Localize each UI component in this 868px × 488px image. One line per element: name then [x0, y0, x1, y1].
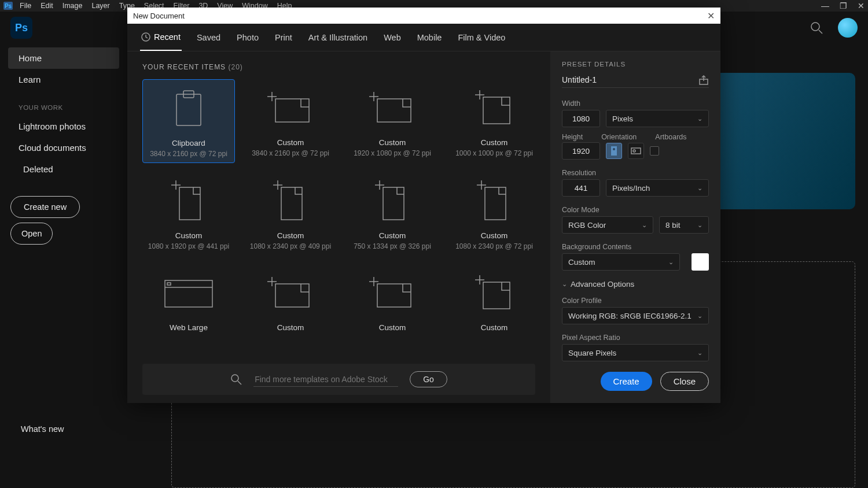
export-icon[interactable]: [698, 75, 709, 85]
preset-card[interactable]: Custom: [244, 264, 337, 337]
preset-title: Custom: [481, 323, 508, 332]
pixel-aspect-select[interactable]: Square Pixels⌄: [562, 344, 709, 361]
advanced-options-toggle[interactable]: ⌄ Advanced Options: [562, 280, 709, 289]
tab-art[interactable]: Art & Illustration: [307, 25, 369, 50]
resolution-unit-select[interactable]: Pixels/Inch⌄: [606, 179, 709, 197]
stock-search-input[interactable]: [253, 372, 398, 387]
preset-title: Custom: [379, 138, 406, 147]
sidebar: Home Learn YOUR WORK Lightroom photos Cl…: [0, 44, 127, 488]
preset-thumb: [143, 80, 234, 138]
sidebar-item-deleted[interactable]: Deleted: [0, 158, 127, 180]
preset-details-heading: PRESET DETAILS: [562, 61, 709, 68]
tab-recent[interactable]: Recent: [140, 24, 182, 51]
maximize-icon[interactable]: ❐: [840, 1, 847, 10]
resolution-field[interactable]: [562, 179, 600, 197]
height-field[interactable]: [562, 142, 600, 160]
close-window-icon[interactable]: ✕: [858, 1, 865, 10]
whats-new-link[interactable]: What's new: [21, 424, 64, 434]
menu-edit[interactable]: Edit: [41, 2, 53, 10]
preset-card[interactable]: Custom1080 x 2340 px @ 409 ppi: [244, 172, 337, 255]
tab-print[interactable]: Print: [274, 25, 293, 50]
menu-layer[interactable]: Layer: [91, 2, 109, 10]
preset-card[interactable]: Custom750 x 1334 px @ 326 ppi: [346, 172, 439, 255]
sidebar-item-cloud[interactable]: Cloud documents: [0, 137, 127, 158]
colormode-label: Color Mode: [562, 206, 709, 214]
create-button[interactable]: Create: [601, 372, 652, 391]
sidebar-item-lightroom[interactable]: Lightroom photos: [0, 116, 127, 137]
preset-card[interactable]: Custom: [448, 264, 540, 337]
svg-rect-26: [165, 280, 212, 307]
landscape-icon: [631, 147, 641, 155]
preset-title: Custom: [379, 323, 406, 332]
window-controls: — ❐ ✕: [821, 1, 865, 10]
preset-card[interactable]: Custom3840 x 2160 px @ 72 ppi: [244, 79, 337, 163]
width-field[interactable]: [562, 110, 600, 127]
preset-card[interactable]: Custom1000 x 1000 px @ 72 ppi: [448, 79, 540, 163]
preset-card[interactable]: Custom1920 x 1080 px @ 72 ppi: [346, 79, 439, 163]
preset-thumb: [448, 79, 540, 137]
recent-heading: YOUR RECENT ITEMS (20): [142, 63, 535, 71]
create-new-button[interactable]: Create new: [10, 196, 80, 218]
preset-thumb: [448, 172, 540, 230]
preset-name-input[interactable]: [562, 75, 693, 84]
color-profile-select[interactable]: Working RGB: sRGB IEC61966-2.1⌄: [562, 307, 709, 324]
artboards-label: Artboards: [655, 133, 686, 141]
close-button[interactable]: Close: [660, 372, 709, 391]
tab-photo[interactable]: Photo: [236, 25, 260, 50]
sidebar-item-home[interactable]: Home: [8, 47, 119, 69]
preset-card[interactable]: Custom1080 x 2340 px @ 72 ppi: [448, 172, 540, 255]
menu-image[interactable]: Image: [62, 2, 83, 10]
search-icon[interactable]: [810, 21, 823, 34]
avatar[interactable]: [838, 18, 858, 38]
dialog-close-icon[interactable]: ✕: [707, 10, 715, 21]
svg-rect-34: [377, 284, 411, 307]
preset-card[interactable]: Custom1080 x 1920 px @ 441 ppi: [142, 172, 235, 255]
bitdepth-select[interactable]: 8 bit⌄: [659, 216, 709, 234]
background-color-swatch[interactable]: [692, 253, 709, 271]
tab-film[interactable]: Film & Video: [457, 25, 506, 50]
orientation-portrait-button[interactable]: [606, 143, 622, 159]
preset-subtitle: 1080 x 2340 px @ 72 ppi: [455, 242, 533, 250]
preset-subtitle: 750 x 1334 px @ 326 ppi: [354, 242, 431, 250]
preset-thumb: [244, 79, 337, 137]
preset-title: Custom: [481, 231, 508, 240]
preset-subtitle: 1000 x 1000 px @ 72 ppi: [455, 149, 533, 157]
menu-file[interactable]: File: [20, 2, 31, 10]
preset-thumb: [346, 264, 439, 322]
svg-rect-13: [483, 97, 510, 124]
preset-thumb: [448, 264, 540, 322]
background-label: Background Contents: [562, 243, 709, 251]
artboards-checkbox[interactable]: [650, 146, 659, 156]
tab-mobile[interactable]: Mobile: [416, 25, 443, 50]
go-button[interactable]: Go: [410, 371, 447, 387]
preset-title: Custom: [277, 138, 304, 147]
svg-rect-31: [275, 284, 309, 307]
svg-rect-22: [383, 187, 404, 220]
preset-card[interactable]: Web Large: [142, 264, 235, 337]
preset-title: Clipboard: [172, 139, 205, 147]
color-profile-label: Color Profile: [562, 297, 709, 305]
open-button[interactable]: Open: [10, 223, 53, 245]
preset-thumb: [346, 172, 439, 230]
new-document-dialog: New Document ✕ Recent Saved Photo Print …: [127, 8, 720, 403]
preset-title: Custom: [175, 231, 203, 240]
background-select[interactable]: Custom⌄: [562, 253, 680, 271]
sidebar-item-learn[interactable]: Learn: [0, 69, 127, 90]
svg-rect-42: [611, 146, 617, 156]
tab-web[interactable]: Web: [382, 25, 402, 50]
colormode-select[interactable]: RGB Color⌄: [562, 216, 653, 234]
svg-line-1: [819, 30, 822, 34]
chevron-down-icon: ⌄: [562, 280, 567, 288]
svg-rect-7: [275, 99, 309, 122]
preset-card[interactable]: Clipboard3840 x 2160 px @ 72 ppi: [142, 79, 235, 163]
svg-point-0: [811, 23, 819, 31]
tab-saved[interactable]: Saved: [196, 25, 222, 50]
width-unit-select[interactable]: Pixels⌄: [606, 110, 709, 127]
preset-gallery: YOUR RECENT ITEMS (20) Clipboard3840 x 2…: [127, 51, 550, 403]
preset-title: Web Large: [170, 323, 208, 332]
tab-recent-label: Recent: [154, 32, 181, 42]
minimize-icon[interactable]: —: [821, 1, 829, 10]
orientation-landscape-button[interactable]: [628, 143, 644, 159]
preset-card[interactable]: Custom: [346, 264, 439, 337]
svg-line-39: [238, 381, 241, 385]
